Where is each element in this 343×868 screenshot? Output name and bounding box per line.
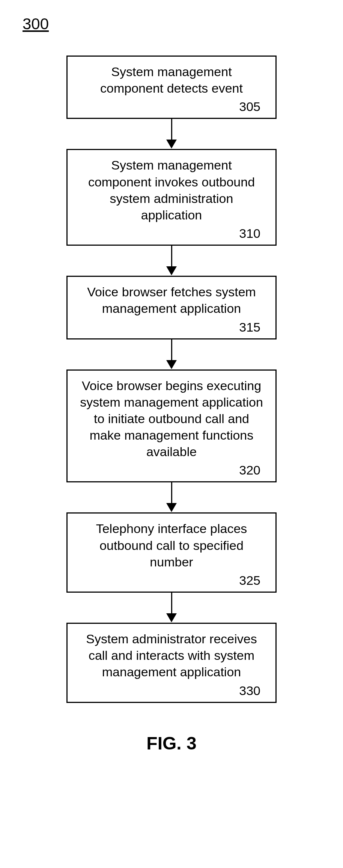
step-text: System management component invokes outb…	[79, 157, 264, 223]
arrow-down-icon	[166, 119, 177, 149]
flowchart-step: System management component detects even…	[66, 56, 277, 119]
step-number: 320	[79, 463, 264, 478]
flowchart-step: System administrator receives call and i…	[66, 623, 277, 703]
step-number: 305	[79, 99, 264, 114]
step-text: System management component detects even…	[79, 63, 264, 96]
arrow-down-icon	[166, 482, 177, 512]
step-number: 330	[79, 683, 264, 698]
flowchart-step: Voice browser begins executing system ma…	[66, 369, 277, 483]
step-number: 325	[79, 573, 264, 588]
figure-caption: FIG. 3	[0, 733, 343, 754]
flowchart-step: System management component invokes outb…	[66, 149, 277, 246]
step-number: 315	[79, 320, 264, 335]
arrow-down-icon	[166, 339, 177, 369]
step-text: Voice browser fetches system management …	[79, 284, 264, 317]
flowchart-step: Telephony interface places outbound call…	[66, 512, 277, 593]
figure-number: 300	[23, 15, 343, 33]
flowchart-container: System management component detects even…	[0, 56, 343, 703]
arrow-down-icon	[166, 593, 177, 623]
arrow-down-icon	[166, 246, 177, 276]
step-text: Telephony interface places outbound call…	[79, 520, 264, 570]
step-text: System administrator receives call and i…	[79, 631, 264, 680]
step-text: Voice browser begins executing system ma…	[79, 377, 264, 460]
flowchart-step: Voice browser fetches system management …	[66, 276, 277, 339]
step-number: 310	[79, 226, 264, 241]
